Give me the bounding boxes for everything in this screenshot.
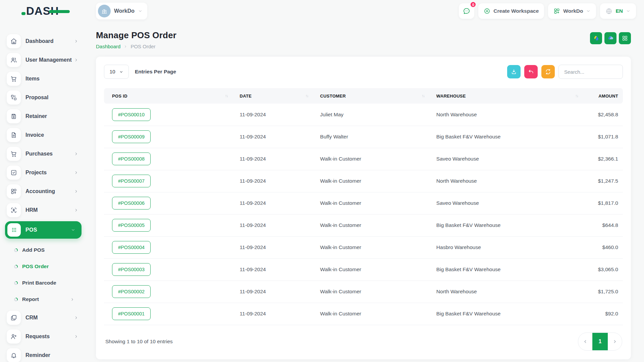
pagination-page-1[interactable]: 1 bbox=[592, 333, 608, 350]
chevron-down-icon bbox=[626, 9, 631, 13]
page-title: Manage POS Order bbox=[96, 30, 176, 41]
sort-icon[interactable]: ↑↓ bbox=[422, 94, 425, 98]
pos-order-table: POS ID↑↓ DATE↑↓ CUSTOMER↑↓ WAREHOUSE↑↓ A… bbox=[104, 88, 623, 325]
sidebar-item-retainer[interactable]: Retainer bbox=[0, 109, 87, 124]
column-header-customer[interactable]: CUSTOMER↑↓ bbox=[312, 88, 428, 104]
globe-icon bbox=[605, 8, 612, 15]
date-cell: 11-09-2024 bbox=[232, 281, 312, 303]
undo-button[interactable] bbox=[524, 65, 538, 78]
google-drive-button[interactable] bbox=[590, 32, 602, 44]
workspace-menu-button[interactable]: WorkDo bbox=[548, 3, 596, 19]
sidebar-item-invoice[interactable]: Invoice bbox=[0, 127, 87, 143]
app-logo[interactable]: DASH bbox=[21, 5, 96, 17]
warehouse-cell: Big Basket F&V Warehouse bbox=[428, 214, 582, 236]
warehouse-cell: Saveo Warehouse bbox=[428, 192, 582, 214]
customer-cell: Walk-in Customer bbox=[312, 214, 428, 236]
column-header-pos-id[interactable]: POS ID↑↓ bbox=[104, 88, 232, 104]
warehouse-cell: North Warehouse bbox=[428, 104, 582, 126]
pagination: 1 bbox=[578, 333, 622, 351]
date-cell: 11-09-2024 bbox=[232, 170, 312, 192]
pos-id-link[interactable]: #POS00002 bbox=[112, 285, 151, 298]
sidebar-item-user-management[interactable]: User Management bbox=[0, 52, 87, 68]
bullet-icon bbox=[14, 265, 18, 268]
sidebar-item-projects[interactable]: Projects bbox=[0, 165, 87, 180]
customer-cell: Walk-in Customer bbox=[312, 192, 428, 214]
amount-cell: $460.0 bbox=[582, 236, 623, 258]
language-label: EN bbox=[615, 8, 623, 14]
column-header-date[interactable]: DATE↑↓ bbox=[232, 88, 312, 104]
date-cell: 11-09-2024 bbox=[232, 192, 312, 214]
onedrive-button[interactable] bbox=[604, 32, 616, 44]
sort-icon[interactable]: ↑↓ bbox=[225, 94, 228, 98]
sidebar-item-crm[interactable]: CRM bbox=[0, 310, 87, 325]
header-actions bbox=[590, 32, 631, 44]
users-icon bbox=[7, 53, 21, 67]
sidebar-item-proposal[interactable]: Proposal bbox=[0, 90, 87, 105]
sort-icon[interactable]: ↑↓ bbox=[305, 94, 309, 98]
refresh-icon bbox=[545, 69, 551, 75]
table-row: #POS00004 11-09-2024 Walk-in Customer Ha… bbox=[104, 236, 623, 258]
pos-submenu: Add POS POS Order Print Barcode Report bbox=[0, 243, 87, 306]
pos-id-link[interactable]: #POS00007 bbox=[112, 175, 151, 187]
sidebar-subitem-print-barcode[interactable]: Print Barcode bbox=[0, 276, 87, 290]
pos-id-link[interactable]: #POS00003 bbox=[112, 263, 151, 276]
pos-id-link[interactable]: #POS00005 bbox=[112, 219, 151, 232]
sidebar-subitem-add-pos[interactable]: Add POS bbox=[0, 243, 87, 257]
sidebar-subitem-report[interactable]: Report bbox=[0, 293, 87, 306]
amount-cell: $1,071.8 bbox=[582, 126, 623, 148]
sidebar-item-label: Requests bbox=[25, 334, 50, 340]
chevron-right-icon bbox=[74, 152, 78, 156]
create-workspace-button[interactable]: Create Workspace bbox=[478, 3, 544, 19]
customer-cell: Walk-in Customer bbox=[312, 148, 428, 170]
amount-cell: $1,817.0 bbox=[582, 192, 623, 214]
column-header-warehouse[interactable]: WAREHOUSE↑↓ bbox=[428, 88, 582, 104]
pagination-next-button[interactable] bbox=[608, 333, 622, 350]
sidebar-item-hrm[interactable]: HRM bbox=[0, 202, 87, 218]
sidebar-item-pos[interactable]: POS bbox=[5, 221, 82, 239]
column-header-amount[interactable]: AMOUNT bbox=[582, 88, 623, 104]
sidebar-item-dashboard[interactable]: Dashboard bbox=[0, 34, 87, 49]
pos-id-link[interactable]: #POS00006 bbox=[112, 197, 151, 209]
sort-icon[interactable]: ↑↓ bbox=[575, 94, 579, 98]
sidebar-item-items[interactable]: Items bbox=[0, 71, 87, 86]
amount-cell: $92.0 bbox=[582, 303, 623, 325]
chevron-right-icon bbox=[74, 334, 78, 339]
workspace-switcher[interactable]: WorkDo bbox=[96, 3, 147, 19]
table-row: #POS00005 11-09-2024 Walk-in Customer Bi… bbox=[104, 214, 623, 236]
warehouse-cell: Big Basket F&V Warehouse bbox=[428, 303, 582, 325]
grid-view-button[interactable] bbox=[619, 32, 631, 44]
refresh-button[interactable] bbox=[541, 65, 555, 78]
customer-cell: Walk-in Customer bbox=[312, 170, 428, 192]
export-button[interactable] bbox=[507, 65, 521, 78]
scan-user-icon bbox=[7, 203, 21, 217]
document-icon bbox=[7, 128, 21, 142]
frame-icon bbox=[7, 311, 21, 325]
search-input[interactable] bbox=[558, 65, 623, 79]
warehouse-cell: North Warehouse bbox=[428, 170, 582, 192]
sidebar-item-label: Projects bbox=[25, 170, 47, 176]
pos-id-link[interactable]: #POS00010 bbox=[112, 108, 151, 121]
table-row: #POS00007 11-09-2024 Walk-in Customer No… bbox=[104, 170, 623, 192]
entries-per-page-label: Entries Per Page bbox=[135, 69, 176, 75]
language-selector[interactable]: EN bbox=[600, 3, 636, 19]
warehouse-cell: Saveo Warehouse bbox=[428, 148, 582, 170]
breadcrumb-dashboard-link[interactable]: Dashboard bbox=[96, 44, 120, 49]
sidebar-item-reminder[interactable]: Reminder bbox=[0, 348, 87, 362]
sidebar-item-requests[interactable]: Requests bbox=[0, 329, 87, 344]
date-cell: 11-09-2024 bbox=[232, 126, 312, 148]
pos-id-link[interactable]: #POS00008 bbox=[112, 153, 151, 165]
customer-cell: Walk-in Customer bbox=[312, 236, 428, 258]
bell-icon bbox=[7, 348, 21, 362]
entries-per-page-select[interactable]: 10 bbox=[104, 65, 129, 79]
pos-id-link[interactable]: #POS00004 bbox=[112, 241, 151, 254]
messages-button[interactable]: 0 bbox=[459, 3, 474, 19]
sidebar-item-purchases[interactable]: Purchases bbox=[0, 146, 87, 162]
pos-id-link[interactable]: #POS00001 bbox=[112, 307, 151, 320]
pos-id-link[interactable]: #POS00009 bbox=[112, 130, 151, 143]
grid-icon bbox=[622, 35, 628, 42]
pagination-prev-button[interactable] bbox=[578, 333, 592, 350]
date-cell: 11-09-2024 bbox=[232, 258, 312, 281]
table-row: #POS00003 11-09-2024 Walk-in Customer Bi… bbox=[104, 258, 623, 281]
sidebar-item-accounting[interactable]: Accounting bbox=[0, 184, 87, 199]
sidebar-subitem-pos-order[interactable]: POS Order bbox=[0, 260, 87, 273]
